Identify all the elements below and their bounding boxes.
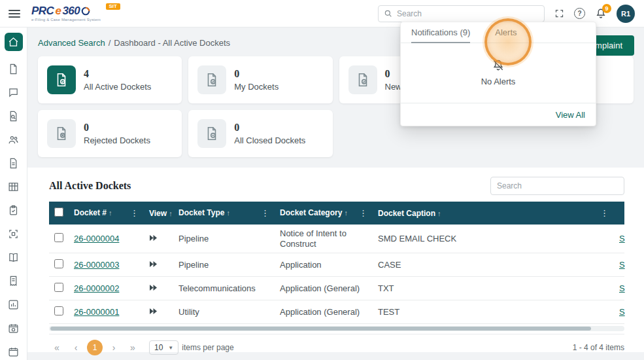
docket-file-icon (197, 65, 226, 94)
card-label: Rejected Dockets (84, 135, 150, 145)
last-page-button[interactable]: » (125, 340, 141, 355)
docket-type-cell: Pipeline (173, 225, 275, 253)
page-size-select[interactable]: 10 ▼ (149, 340, 178, 355)
card-all-closed-dockets[interactable]: 0 All Closed Dockets (188, 110, 332, 157)
card-rejected-dockets[interactable]: 0 Rejected Dockets (38, 110, 182, 157)
clipped-link[interactable]: S (619, 234, 625, 243)
breadcrumb-current-page: Dashboard - All Active Dockets (114, 38, 230, 48)
fullscreen-icon[interactable] (554, 9, 564, 18)
page-size-value: 10 (154, 343, 163, 352)
view-docket-icon[interactable] (149, 234, 158, 243)
sidebar-item-reports-grid[interactable] (8, 181, 19, 192)
row-checkbox[interactable] (54, 306, 63, 315)
card-label: All Closed Dockets (234, 135, 305, 145)
sort-asc-icon: ↑ (437, 209, 441, 217)
card-my-dockets[interactable]: 0 My Dockets (188, 56, 332, 103)
card-count: 0 (385, 68, 402, 80)
docket-number-link[interactable]: 26-0000004 (74, 234, 119, 243)
sidebar-item-tasks[interactable] (8, 205, 19, 216)
alerts-empty-state: No Alerts (401, 59, 596, 86)
card-count: 0 (234, 122, 305, 134)
column-menu-icon[interactable]: ⋮ (261, 208, 269, 218)
docket-type-cell: Telecommunications (173, 277, 275, 300)
column-menu-icon[interactable]: ⋮ (130, 208, 139, 218)
dockets-table: Docket #↑⋮ View↑ Docket Type↑⋮ Docket Ca… (49, 202, 624, 324)
docket-number-link[interactable]: 26-0000003 (74, 260, 119, 270)
clipped-link[interactable]: S (619, 283, 625, 293)
tab-alerts[interactable]: Alerts (495, 22, 517, 43)
column-header-docket[interactable]: Docket #↑⋮ (69, 202, 144, 225)
sidebar-item-filings[interactable] (8, 158, 19, 169)
docket-number-link[interactable]: 26-0000002 (74, 283, 119, 293)
column-header-view[interactable]: View↑ (144, 202, 173, 225)
pagination-summary: 1 - 4 of 4 items (573, 343, 624, 352)
file-search-icon (8, 111, 19, 122)
sidebar-item-parties[interactable] (8, 134, 19, 145)
global-search[interactable] (378, 5, 545, 22)
notifications-bell-icon[interactable]: 9 (595, 8, 607, 20)
sidebar-item-analytics[interactable] (8, 299, 19, 310)
brand-logo[interactable]: PRCe360 e-Filing & Case Management Syste… (31, 5, 101, 22)
clipped-link[interactable]: S (619, 260, 625, 270)
card-all-active-dockets[interactable]: 4 All Active Dockets (38, 56, 182, 103)
brand-part-360: 360 (62, 5, 80, 16)
sidebar-item-invoices[interactable] (8, 276, 19, 287)
sidebar-item-scan[interactable] (8, 228, 19, 240)
document-icon (8, 63, 19, 75)
search-icon (384, 9, 393, 18)
calendar-clock-icon (8, 323, 19, 334)
column-header-category[interactable]: Docket Category↑⋮ (275, 202, 373, 225)
sidebar-item-messages[interactable] (8, 87, 19, 98)
column-header-type[interactable]: Docket Type↑⋮ (173, 202, 275, 225)
chevron-down-icon: ▼ (168, 345, 173, 351)
card-count: 0 (234, 68, 279, 80)
table-row: 26-0000004 Pipeline Notice of Intent to … (49, 225, 624, 253)
docket-category-cell: Application (275, 253, 373, 277)
view-docket-icon[interactable] (149, 307, 158, 317)
column-menu-icon[interactable]: ⋮ (359, 208, 367, 218)
column-header-clipped (614, 202, 624, 225)
current-page-button[interactable]: 1 (87, 340, 103, 355)
next-page-button[interactable]: › (106, 340, 122, 355)
docket-file-icon (348, 65, 377, 94)
view-all-link[interactable]: View All (556, 110, 585, 120)
previous-page-button[interactable]: ‹ (68, 340, 84, 355)
column-header-caption[interactable]: Docket Caption↑ (373, 202, 585, 225)
first-page-button[interactable]: « (49, 340, 65, 355)
brand-part-e: e (55, 5, 61, 16)
scan-icon (8, 228, 19, 240)
select-all-checkbox[interactable] (54, 207, 63, 217)
receipt-icon (8, 276, 19, 287)
breadcrumb-advanced-search-link[interactable]: Advanced Search (38, 38, 105, 48)
row-checkbox[interactable] (54, 283, 63, 292)
sidebar-item-scheduling[interactable] (8, 323, 19, 334)
sidebar-item-calendar[interactable] (8, 346, 19, 357)
column-menu-icon[interactable]: ⋮ (600, 208, 609, 218)
docket-caption-cell: CASE (373, 253, 585, 277)
topbar-actions: ? 9 R1 (378, 5, 635, 23)
sidebar-item-library[interactable] (8, 252, 19, 263)
horizontal-scrollbar[interactable] (49, 326, 624, 331)
tab-notifications[interactable]: Notifications (9) (411, 22, 470, 43)
global-search-input[interactable] (397, 9, 539, 18)
view-docket-icon[interactable] (149, 283, 158, 293)
clipped-link[interactable]: S (619, 307, 625, 317)
sidebar-item-home[interactable] (5, 33, 23, 51)
sidebar-item-documents[interactable] (8, 63, 19, 75)
user-avatar[interactable]: R1 (617, 5, 635, 23)
card-count: 0 (84, 122, 150, 134)
horizontal-scrollbar-thumb[interactable] (50, 327, 591, 331)
row-checkbox[interactable] (54, 259, 63, 268)
section-title: All Active Dockets (49, 180, 131, 192)
card-label: All Active Dockets (84, 82, 151, 92)
docket-type-cell: Pipeline (173, 253, 275, 277)
pagination-bar: « ‹ 1 › » 10 ▼ items per page 1 - 4 of 4… (49, 334, 624, 360)
view-docket-icon[interactable] (149, 260, 158, 270)
hamburger-menu-icon[interactable] (8, 10, 20, 18)
docket-number-link[interactable]: 26-0000001 (74, 307, 119, 317)
table-search-input[interactable] (490, 177, 624, 195)
sidebar-item-docket-search[interactable] (8, 111, 19, 122)
row-checkbox[interactable] (54, 233, 63, 242)
help-icon[interactable]: ? (574, 8, 585, 19)
docket-caption-cell: TEST (373, 300, 585, 324)
